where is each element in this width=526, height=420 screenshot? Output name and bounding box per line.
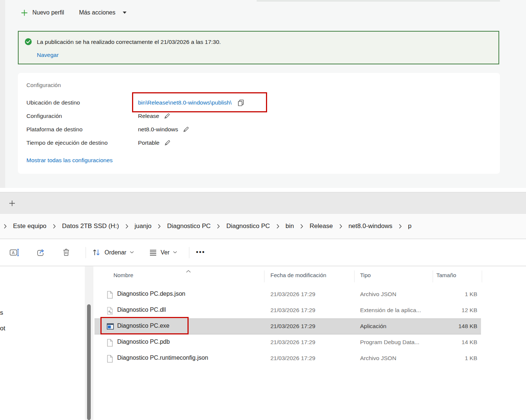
- chevron-right-icon: [158, 224, 161, 229]
- column-header-type[interactable]: Tipo: [360, 272, 371, 278]
- nav-pane-scrollbar-track[interactable]: [85, 266, 93, 420]
- chevron-right-icon: [125, 224, 128, 229]
- plus-icon: [20, 9, 28, 17]
- breadcrumb-item[interactable]: bin: [285, 220, 295, 232]
- breadcrumb-item[interactable]: juanjo: [134, 220, 152, 232]
- chevron-down-icon: [130, 251, 134, 254]
- publish-toolbar: Nuevo perfil Más acciones: [20, 7, 126, 19]
- file-name: Diagnostico PC.exe: [117, 323, 170, 329]
- file-size: 12 KB: [432, 307, 477, 314]
- chevron-down-icon: [123, 12, 126, 14]
- share-button[interactable]: [36, 248, 45, 257]
- setting-label: Ubicación de destino: [26, 99, 138, 106]
- file-date: 21/03/2026 17:29: [270, 355, 315, 362]
- file-row-selected[interactable]: Diagnostico PC.exe 21/03/2026 17:29 Apli…: [94, 318, 526, 334]
- chevron-right-icon: [399, 224, 402, 229]
- breadcrumb-item[interactable]: p: [407, 220, 412, 232]
- chevron-down-icon: [173, 251, 177, 254]
- column-separator[interactable]: [264, 270, 264, 282]
- edit-pencil-icon[interactable]: [183, 126, 189, 133]
- column-separator[interactable]: [433, 270, 433, 282]
- target-runtime-value: Portable: [138, 140, 160, 146]
- publish-pane: Nuevo perfil Más acciones La publicación…: [0, 0, 526, 188]
- rename-button[interactable]: A: [10, 248, 20, 257]
- file-row[interactable]: Diagnostico PC.runtimeconfig.json 21/03/…: [94, 350, 526, 366]
- see-more-button[interactable]: •••: [196, 249, 205, 256]
- sort-label: Ordenar: [105, 249, 126, 256]
- file-row[interactable]: Diagnostico PC.dll 21/03/2026 17:29 Exte…: [94, 302, 526, 318]
- new-profile-button[interactable]: Nuevo perfil: [20, 9, 64, 17]
- file-size: 148 KB: [432, 323, 477, 330]
- column-header-size[interactable]: Tamaño: [436, 272, 456, 278]
- file-row[interactable]: Diagnostico PC.deps.json 21/03/2026 17:2…: [94, 286, 526, 302]
- more-actions-label: Más acciones: [79, 9, 115, 16]
- target-framework-value: net8.0-windows: [138, 126, 178, 133]
- setting-row-target-framework: Plataforma de destino net8.0-windows: [26, 124, 189, 135]
- delete-button[interactable]: [62, 248, 71, 257]
- column-separator[interactable]: [354, 270, 355, 282]
- file-icon-exe: [107, 323, 114, 330]
- chevron-right-icon: [217, 224, 220, 229]
- view-button[interactable]: Ver: [149, 249, 177, 256]
- configuration-value: Release: [138, 113, 159, 119]
- new-tab-button[interactable]: [7, 198, 17, 208]
- toolbar-separator: [189, 247, 189, 258]
- more-actions-button[interactable]: Más acciones: [79, 9, 126, 16]
- file-row[interactable]: Diagnostico PC.pdb 21/03/2026 17:29 Prog…: [94, 334, 526, 350]
- file-name: Diagnostico PC.pdb: [117, 339, 170, 345]
- explorer-tab-bar: [0, 192, 526, 214]
- nav-pane-item-fragment[interactable]: s: [0, 309, 3, 317]
- file-icon-generic: [107, 291, 113, 299]
- edit-pencil-icon[interactable]: [164, 113, 170, 119]
- column-header-name[interactable]: Nombre: [113, 272, 133, 278]
- breadcrumb-item[interactable]: net8.0-windows: [348, 220, 393, 232]
- banner-message: La publicación se ha realizado correctam…: [37, 39, 221, 45]
- column-header-date[interactable]: Fecha de modificación: [270, 272, 326, 278]
- breadcrumb-item[interactable]: Release: [309, 220, 333, 232]
- file-type: Aplicación: [360, 323, 387, 330]
- chevron-right-icon: [4, 224, 7, 229]
- share-icon: [36, 248, 45, 257]
- nav-pane-scrollbar-thumb[interactable]: [87, 304, 91, 420]
- file-name: Diagnostico PC.dll: [117, 307, 166, 313]
- setting-label: Plataforma de destino: [26, 126, 138, 133]
- top-edge-line: [257, 1, 500, 1]
- chevron-right-icon: [339, 224, 342, 229]
- chevron-right-icon: [300, 224, 303, 229]
- setting-row-target-runtime: Tiempo de ejecución de destino Portable: [26, 138, 171, 148]
- file-name: Diagnostico PC.runtimeconfig.json: [117, 355, 208, 361]
- file-date: 21/03/2026 17:29: [270, 339, 315, 346]
- navigate-link[interactable]: Navegar: [37, 52, 59, 58]
- breadcrumb-item[interactable]: Este equipo: [12, 220, 47, 232]
- file-date: 21/03/2026 17:29: [270, 307, 315, 314]
- new-profile-label: Nuevo perfil: [32, 9, 64, 16]
- setting-row-target-location: Ubicación de destino bin\Release\net8.0-…: [26, 97, 245, 108]
- file-icon-dll: [107, 307, 113, 315]
- rename-icon: A: [10, 248, 20, 257]
- view-label: Ver: [161, 249, 170, 256]
- edit-pencil-icon[interactable]: [164, 140, 171, 146]
- target-location-link[interactable]: bin\Release\net8.0-windows\publish\: [138, 99, 232, 106]
- file-type: Archivo JSON: [360, 291, 396, 298]
- file-size: 1 KB: [432, 355, 477, 362]
- chevron-right-icon: [276, 224, 279, 229]
- show-all-settings-link[interactable]: Mostrar todas las configuraciones: [26, 157, 113, 164]
- column-separator[interactable]: [482, 270, 482, 282]
- file-icon-generic: [107, 339, 113, 347]
- svg-text:A: A: [12, 250, 15, 254]
- file-size: 1 KB: [432, 291, 477, 298]
- setting-label: Configuración: [26, 113, 138, 119]
- list-lines-icon: [149, 249, 157, 256]
- trash-icon: [62, 248, 71, 257]
- breadcrumb-item[interactable]: Diagnostico PC: [225, 220, 270, 232]
- breadcrumb-item[interactable]: Diagnostico PC: [166, 220, 211, 232]
- nav-pane-item-fragment[interactable]: ot: [0, 325, 5, 332]
- breadcrumb-item[interactable]: Datos 2TB SSD (H:): [61, 220, 120, 232]
- sort-button[interactable]: Ordenar: [92, 248, 134, 257]
- file-type: Extensión de la aplica...: [360, 307, 421, 314]
- breadcrumb-bar: Este equipo Datos 2TB SSD (H:) juanjo Di…: [0, 214, 526, 239]
- file-date: 21/03/2026 17:29: [270, 323, 315, 330]
- explorer-toolbar: A Ordenar: [0, 239, 526, 266]
- copy-icon[interactable]: [237, 99, 245, 107]
- chevron-right-icon: [53, 224, 56, 229]
